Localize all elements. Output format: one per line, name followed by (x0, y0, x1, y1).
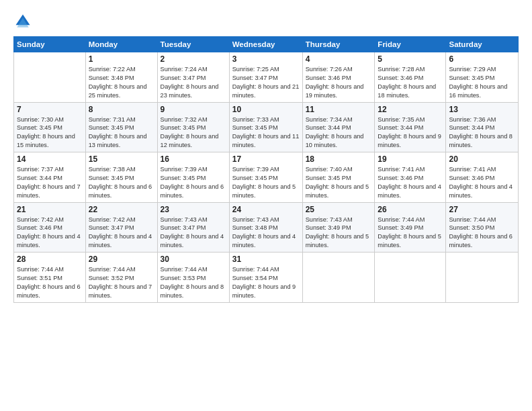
day-info: Sunrise: 7:39 AMSunset: 3:45 PMDaylight:… (232, 165, 300, 200)
day-info: Sunrise: 7:43 AMSunset: 3:47 PMDaylight:… (161, 216, 226, 250)
day-number: 17 (232, 154, 300, 164)
calendar-cell: 9 Sunrise: 7:32 AMSunset: 3:45 PMDayligh… (157, 102, 229, 152)
calendar-cell: 8 Sunrise: 7:31 AMSunset: 3:45 PMDayligh… (85, 102, 157, 152)
day-info: Sunrise: 7:33 AMSunset: 3:45 PMDaylight:… (232, 116, 300, 150)
day-number: 22 (89, 205, 154, 214)
day-info: Sunrise: 7:37 AMSunset: 3:44 PMDaylight:… (17, 165, 83, 200)
day-info: Sunrise: 7:28 AMSunset: 3:46 PMDaylight:… (378, 65, 443, 100)
day-info: Sunrise: 7:44 AMSunset: 3:52 PMDaylight:… (89, 265, 154, 300)
day-number: 27 (449, 205, 515, 214)
weekday-header-monday: Monday (85, 37, 157, 52)
day-info: Sunrise: 7:44 AMSunset: 3:54 PMDaylight:… (232, 265, 300, 300)
weekday-header-saturday: Saturday (446, 37, 519, 52)
day-number: 30 (161, 255, 226, 264)
calendar-cell: 22 Sunrise: 7:42 AMSunset: 3:47 PMDaylig… (85, 202, 157, 253)
calendar-table: SundayMondayTuesdayWednesdayThursdayFrid… (13, 36, 519, 303)
calendar-cell: 31 Sunrise: 7:44 AMSunset: 3:54 PMDaylig… (229, 253, 302, 303)
page: SundayMondayTuesdayWednesdayThursdayFrid… (0, 0, 532, 411)
day-number: 11 (306, 105, 372, 114)
calendar-cell: 15 Sunrise: 7:38 AMSunset: 3:45 PMDaylig… (85, 152, 157, 203)
weekday-header-sunday: Sunday (14, 37, 86, 52)
calendar-cell: 29 Sunrise: 7:44 AMSunset: 3:52 PMDaylig… (85, 253, 157, 303)
day-number: 28 (17, 255, 83, 264)
day-number: 7 (17, 105, 83, 114)
day-number: 18 (306, 154, 372, 164)
calendar-cell: 5 Sunrise: 7:28 AMSunset: 3:46 PMDayligh… (375, 52, 446, 103)
calendar-cell (375, 253, 446, 303)
calendar-cell: 28 Sunrise: 7:44 AMSunset: 3:51 PMDaylig… (14, 253, 86, 303)
weekday-header-friday: Friday (375, 37, 446, 52)
day-number: 9 (161, 105, 226, 114)
day-info: Sunrise: 7:44 AMSunset: 3:53 PMDaylight:… (161, 265, 226, 300)
day-number: 5 (378, 54, 443, 64)
day-number: 16 (161, 154, 226, 164)
day-info: Sunrise: 7:40 AMSunset: 3:45 PMDaylight:… (306, 165, 372, 200)
calendar-week-row: 21 Sunrise: 7:42 AMSunset: 3:46 PMDaylig… (14, 202, 519, 253)
day-info: Sunrise: 7:24 AMSunset: 3:47 PMDaylight:… (161, 65, 226, 100)
calendar-cell: 16 Sunrise: 7:39 AMSunset: 3:45 PMDaylig… (157, 152, 229, 203)
day-info: Sunrise: 7:38 AMSunset: 3:45 PMDaylight:… (89, 165, 154, 200)
calendar-cell (14, 52, 86, 103)
day-info: Sunrise: 7:32 AMSunset: 3:45 PMDaylight:… (161, 116, 226, 150)
calendar-week-row: 28 Sunrise: 7:44 AMSunset: 3:51 PMDaylig… (14, 253, 519, 303)
calendar-cell: 10 Sunrise: 7:33 AMSunset: 3:45 PMDaylig… (229, 102, 302, 152)
calendar-cell: 13 Sunrise: 7:36 AMSunset: 3:44 PMDaylig… (446, 102, 519, 152)
calendar-cell: 23 Sunrise: 7:43 AMSunset: 3:47 PMDaylig… (157, 202, 229, 253)
day-number: 2 (161, 54, 226, 64)
calendar-cell: 25 Sunrise: 7:43 AMSunset: 3:49 PMDaylig… (302, 202, 375, 253)
day-number: 26 (378, 205, 443, 214)
day-number: 25 (306, 205, 372, 214)
weekday-header-wednesday: Wednesday (229, 37, 302, 52)
day-number: 23 (161, 205, 226, 214)
day-info: Sunrise: 7:42 AMSunset: 3:47 PMDaylight:… (89, 216, 154, 250)
calendar-cell: 24 Sunrise: 7:43 AMSunset: 3:48 PMDaylig… (229, 202, 302, 253)
day-number: 13 (449, 105, 515, 114)
day-number: 6 (449, 54, 515, 64)
day-number: 3 (232, 54, 300, 64)
day-number: 10 (232, 105, 300, 114)
day-number: 8 (89, 105, 154, 114)
day-number: 29 (89, 255, 154, 264)
day-info: Sunrise: 7:35 AMSunset: 3:44 PMDaylight:… (378, 116, 443, 150)
calendar-week-row: 14 Sunrise: 7:37 AMSunset: 3:44 PMDaylig… (14, 152, 519, 203)
calendar-cell: 6 Sunrise: 7:29 AMSunset: 3:45 PMDayligh… (446, 52, 519, 103)
calendar-cell: 27 Sunrise: 7:44 AMSunset: 3:50 PMDaylig… (446, 202, 519, 253)
calendar-cell: 7 Sunrise: 7:30 AMSunset: 3:45 PMDayligh… (14, 102, 86, 152)
calendar-cell: 19 Sunrise: 7:41 AMSunset: 3:46 PMDaylig… (375, 152, 446, 203)
day-info: Sunrise: 7:44 AMSunset: 3:51 PMDaylight:… (17, 265, 83, 300)
day-info: Sunrise: 7:30 AMSunset: 3:45 PMDaylight:… (17, 116, 83, 150)
day-number: 4 (306, 54, 372, 64)
weekday-header-row: SundayMondayTuesdayWednesdayThursdayFrid… (14, 37, 519, 52)
day-info: Sunrise: 7:25 AMSunset: 3:47 PMDaylight:… (232, 65, 300, 100)
day-info: Sunrise: 7:44 AMSunset: 3:49 PMDaylight:… (378, 216, 443, 250)
calendar-cell: 14 Sunrise: 7:37 AMSunset: 3:44 PMDaylig… (14, 152, 86, 203)
day-info: Sunrise: 7:43 AMSunset: 3:48 PMDaylight:… (232, 216, 300, 250)
day-number: 14 (17, 154, 83, 164)
calendar-cell: 1 Sunrise: 7:22 AMSunset: 3:48 PMDayligh… (85, 52, 157, 103)
day-info: Sunrise: 7:22 AMSunset: 3:48 PMDaylight:… (89, 65, 154, 100)
calendar-cell: 30 Sunrise: 7:44 AMSunset: 3:53 PMDaylig… (157, 253, 229, 303)
day-number: 19 (378, 154, 443, 164)
day-number: 20 (449, 154, 515, 164)
day-info: Sunrise: 7:34 AMSunset: 3:44 PMDaylight:… (306, 116, 372, 150)
calendar-cell: 11 Sunrise: 7:34 AMSunset: 3:44 PMDaylig… (302, 102, 375, 152)
calendar-cell (302, 253, 375, 303)
calendar-cell: 20 Sunrise: 7:41 AMSunset: 3:46 PMDaylig… (446, 152, 519, 203)
day-info: Sunrise: 7:26 AMSunset: 3:46 PMDaylight:… (306, 65, 372, 100)
day-info: Sunrise: 7:41 AMSunset: 3:46 PMDaylight:… (378, 165, 443, 200)
calendar-cell: 21 Sunrise: 7:42 AMSunset: 3:46 PMDaylig… (14, 202, 86, 253)
day-number: 12 (378, 105, 443, 114)
weekday-header-tuesday: Tuesday (157, 37, 229, 52)
calendar-cell: 17 Sunrise: 7:39 AMSunset: 3:45 PMDaylig… (229, 152, 302, 203)
day-number: 21 (17, 205, 83, 214)
day-info: Sunrise: 7:43 AMSunset: 3:49 PMDaylight:… (306, 216, 372, 250)
weekday-header-thursday: Thursday (302, 37, 375, 52)
day-info: Sunrise: 7:29 AMSunset: 3:45 PMDaylight:… (449, 65, 515, 100)
day-info: Sunrise: 7:41 AMSunset: 3:46 PMDaylight:… (449, 165, 515, 200)
day-number: 1 (89, 54, 154, 64)
day-number: 24 (232, 205, 300, 214)
calendar-cell: 18 Sunrise: 7:40 AMSunset: 3:45 PMDaylig… (302, 152, 375, 203)
header (13, 12, 519, 31)
calendar-cell: 12 Sunrise: 7:35 AMSunset: 3:44 PMDaylig… (375, 102, 446, 152)
calendar-week-row: 1 Sunrise: 7:22 AMSunset: 3:48 PMDayligh… (14, 52, 519, 103)
